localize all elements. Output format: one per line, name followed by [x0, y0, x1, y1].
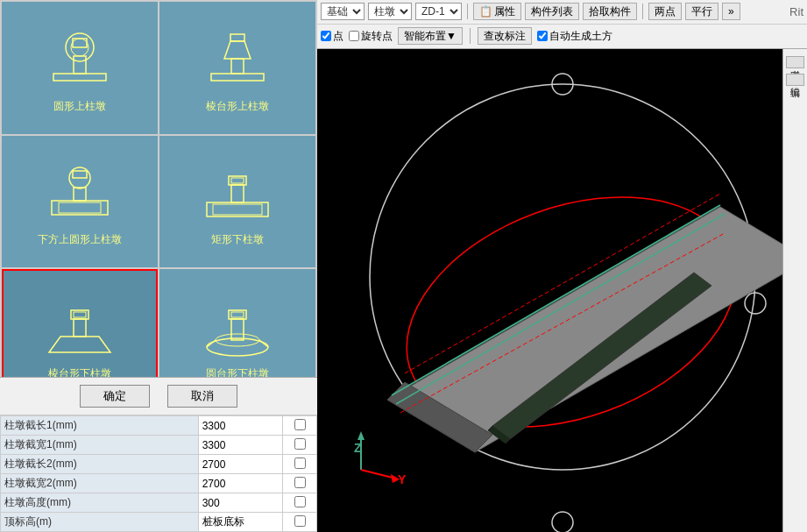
- frustum-bottom-icon: [36, 293, 124, 363]
- param-value-4[interactable]: [198, 493, 283, 513]
- divider3: [470, 28, 471, 44]
- param-check-5[interactable]: [283, 513, 317, 532]
- frustum-top-icon: [194, 25, 281, 96]
- svg-marker-19: [49, 337, 110, 352]
- svg-rect-13: [73, 171, 87, 178]
- toolbar-row2: 点 旋转点 智能布置▼ 查改标注 自动生成土方: [317, 25, 807, 48]
- svg-rect-1: [74, 56, 86, 74]
- svg-rect-0: [53, 74, 106, 81]
- param-value-2[interactable]: [198, 455, 283, 474]
- param-label-1: 柱墩截宽1(mm): [1, 436, 199, 455]
- svg-marker-7: [224, 41, 251, 59]
- param-value-0[interactable]: [198, 416, 283, 436]
- svg-text:Y: Y: [398, 472, 407, 486]
- table-row: 柱墩截宽2(mm): [1, 474, 317, 493]
- select-type[interactable]: 柱墩: [368, 3, 412, 20]
- col-label-4: 矩形下柱墩: [211, 232, 264, 247]
- table-row: 柱墩截宽1(mm): [1, 436, 317, 455]
- param-check-2[interactable]: [283, 455, 317, 474]
- smart-layout-button[interactable]: 智能布置▼: [398, 27, 463, 45]
- canvas-area[interactable]: Z Y: [317, 49, 807, 532]
- property-button[interactable]: 📋 属性: [473, 3, 521, 20]
- col-label-1: 圆形上柱墩: [53, 99, 106, 114]
- toolbar: 基础 柱墩 ZD-1 📋 属性 构件列表 拾取构件 两点 平行 » Rit: [317, 0, 807, 49]
- circular-top-icon: [36, 25, 124, 96]
- param-label-0: 柱墩截长1(mm): [1, 416, 199, 436]
- param-value-3[interactable]: [198, 474, 283, 493]
- square-top-circle-icon: [36, 159, 124, 229]
- rect-bottom-icon: [194, 159, 281, 229]
- chk-rotate[interactable]: [349, 31, 359, 41]
- table-row: 柱墩截长2(mm): [1, 455, 317, 474]
- svg-rect-10: [59, 202, 101, 213]
- svg-rect-16: [231, 185, 244, 202]
- left-panel: 圆形上柱墩 棱台形上柱墩: [0, 0, 317, 532]
- svg-line-26: [259, 340, 268, 347]
- column-type-circular-top[interactable]: 圆形上柱墩: [2, 2, 158, 134]
- param-label-2: 柱墩截长2(mm): [1, 455, 199, 474]
- param-check-3[interactable]: [283, 474, 317, 493]
- column-type-frustum-top[interactable]: 棱台形上柱墩: [159, 2, 315, 134]
- svg-rect-5: [211, 74, 264, 81]
- toolbar-row1: 基础 柱墩 ZD-1 📋 属性 构件列表 拾取构件 两点 平行 » Rit: [317, 0, 807, 25]
- divider2: [642, 4, 643, 19]
- property-icon: 📋: [479, 5, 492, 18]
- two-points-button[interactable]: 两点: [648, 3, 682, 20]
- svg-rect-27: [231, 319, 244, 340]
- chk-rotate-label[interactable]: 旋转点: [349, 29, 393, 44]
- param-value-1[interactable]: [198, 436, 283, 455]
- svg-rect-11: [74, 188, 86, 201]
- svg-rect-6: [231, 59, 244, 74]
- param-value-5[interactable]: [198, 513, 283, 532]
- param-check-4[interactable]: [283, 493, 317, 513]
- chk-auto-generate[interactable]: [537, 31, 548, 41]
- bottom-bar: 确定 取消 柱墩截长1(mm) 柱墩截宽1(mm) 柱墩截长2(mm) 柱墩截宽…: [0, 377, 317, 532]
- svg-rect-18: [231, 178, 244, 183]
- chk-auto-generate-label[interactable]: 自动生成土方: [537, 29, 612, 44]
- edit-button[interactable]: 编辑: [786, 74, 804, 86]
- col-label-3: 下方上圆形上柱墩: [38, 232, 122, 247]
- param-label-3: 柱墩截宽2(mm): [1, 474, 199, 493]
- confirm-cancel-row: 确定 取消: [0, 378, 317, 415]
- param-label-5: 顶标高(m): [1, 513, 199, 532]
- check-annotation-button[interactable]: 查改标注: [478, 27, 532, 45]
- param-check-1[interactable]: [283, 436, 317, 455]
- svg-rect-20: [74, 319, 86, 337]
- svg-line-25: [207, 340, 216, 347]
- app-text: Rit: [789, 5, 803, 18]
- table-row: 顶标高(m): [1, 513, 317, 532]
- cancel-button[interactable]: 取消: [167, 385, 237, 408]
- pick-component-button[interactable]: 拾取构件: [583, 3, 637, 20]
- more-button[interactable]: »: [722, 3, 740, 20]
- param-check-0[interactable]: [283, 416, 317, 436]
- col-label-2: 棱台形上柱墩: [206, 99, 269, 114]
- param-label-4: 柱墩高度(mm): [1, 493, 199, 513]
- column-type-grid: 圆形上柱墩 棱台形上柱墩: [0, 0, 317, 403]
- 3d-scene: Z Y: [317, 49, 807, 532]
- right-side-panel: 对齐 编辑: [782, 49, 807, 532]
- svg-rect-8: [230, 34, 244, 41]
- table-row: 柱墩高度(mm): [1, 493, 317, 513]
- align-button[interactable]: 对齐: [786, 56, 804, 68]
- circular-frustum-bottom-icon: [194, 293, 281, 363]
- params-table: 柱墩截长1(mm) 柱墩截宽1(mm) 柱墩截长2(mm) 柱墩截宽2(mm): [0, 415, 317, 532]
- select-id[interactable]: ZD-1: [415, 3, 462, 20]
- select-category[interactable]: 基础: [321, 3, 365, 20]
- chk-point[interactable]: [321, 31, 331, 41]
- parallel-button[interactable]: 平行: [685, 3, 719, 20]
- svg-rect-22: [74, 312, 86, 317]
- confirm-button[interactable]: 确定: [80, 385, 150, 408]
- table-row: 柱墩截长1(mm): [1, 416, 317, 436]
- svg-rect-15: [213, 204, 262, 215]
- divider1: [467, 4, 468, 19]
- component-list-button[interactable]: 构件列表: [525, 3, 579, 20]
- svg-rect-29: [231, 312, 244, 317]
- chk-point-label[interactable]: 点: [321, 29, 343, 44]
- column-type-square-top-circle[interactable]: 下方上圆形上柱墩: [2, 136, 158, 268]
- column-type-rect-bottom[interactable]: 矩形下柱墩: [159, 136, 315, 268]
